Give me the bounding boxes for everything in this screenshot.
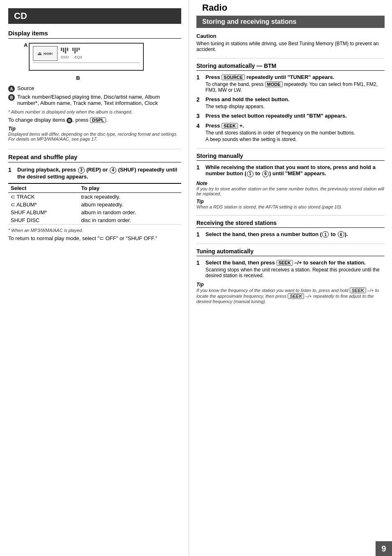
seek-button-tip2: SEEK — [288, 293, 304, 299]
receiving-step1-bold: Select the band, then press a number but… — [205, 231, 348, 238]
btm-section: Storing automatically — BTM 1 Press SOUR… — [196, 63, 385, 142]
tuning-step1-num: 1 — [196, 259, 202, 266]
col-header-play: To play — [78, 183, 181, 193]
tuning-step1: 1 Select the band, then press SEEK –/+ t… — [196, 259, 385, 278]
display-diagram: ⏏ ⏮⏭ — [29, 43, 144, 71]
bullet-a-text: Source — [17, 85, 34, 92]
table-row: ⊂ ALBUM*album repeatedly. — [8, 201, 181, 208]
circle-4: 4 — [110, 167, 116, 174]
mode-button: MODE — [265, 81, 283, 87]
tuning-section: Tuning automatically 1 Select the band, … — [196, 248, 385, 304]
btm-step2: 2 Press and hold the select button. The … — [196, 96, 385, 109]
bullet-b-item: B Track number/Elapsed playing time, Dis… — [8, 94, 181, 106]
caution-title: Caution — [196, 33, 385, 39]
table-row: ⊂ TRACKtrack repeatedly. — [8, 192, 181, 201]
manual-step1: 1 While receiving the station that you w… — [196, 164, 385, 177]
radio-header: Radio — [196, 0, 385, 16]
circle-1: 1 — [247, 171, 254, 177]
btm-step3-bold: Press the select button repeatedly until… — [205, 113, 347, 119]
repeat-step1-num: 1 — [8, 167, 14, 173]
album-footnote: * Album number is displayed only when th… — [8, 109, 181, 114]
receiving-step1-num: 1 — [196, 231, 202, 238]
cd-header: CD — [8, 8, 181, 24]
col-header-select: Select — [8, 183, 78, 193]
caution-section: Caution When tuning in stations while dr… — [196, 33, 385, 52]
storing-subheader: Storing and receiving stations — [196, 16, 385, 28]
dspl-button: DSPL — [90, 117, 106, 123]
note-label: Note — [196, 181, 385, 186]
table-cell-select: SHUF DISC — [8, 216, 78, 225]
manual-tip-text: When a RDS station is stored, the AF/TA … — [196, 204, 385, 209]
tip-text: Displayed items will differ, depending o… — [8, 132, 181, 141]
table-row: SHUF ALBUM*album in random order. — [8, 208, 181, 216]
btm-title: Storing automatically — BTM — [196, 63, 385, 71]
page-number-badge: 9 — [376, 541, 392, 556]
table-cell-play: track repeatedly. — [78, 192, 181, 201]
table-cell-play: album in random order. — [78, 208, 181, 216]
table-cell-play: disc in random order. — [78, 216, 181, 225]
manual-tip-label: Tip — [196, 199, 385, 204]
btm-step2-bold: Press and hold the select button. — [205, 96, 289, 102]
btm-step1: 1 Press SOURCE repeatedly until "TUNER" … — [196, 74, 385, 93]
normal-play-text: To return to normal play mode, select "⊂… — [8, 235, 181, 241]
diagram-bottom — [33, 63, 140, 67]
caution-text: When tuning in stations while driving, u… — [196, 41, 385, 52]
btm-step2-desc: The setup display appears. — [196, 104, 385, 109]
display-tip: Tip Displayed items will differ, dependi… — [8, 126, 181, 141]
table-cell-select: ⊂ TRACK — [8, 192, 78, 201]
display-items-title: Display items — [8, 30, 181, 39]
repeat-title: Repeat and shuffle play — [8, 153, 181, 162]
table-cell-select: SHUF ALBUM* — [8, 208, 78, 216]
btm-step4-num: 4 — [196, 123, 202, 129]
repeat-step1: 1 During playback, press 3 (REP) or 4 (S… — [8, 167, 181, 180]
diagram-info-icons: DSO EQ3 — [61, 48, 82, 59]
receiving-step1: 1 Select the band, then press a number b… — [196, 231, 385, 238]
btm-step4: 4 Press SEEK +. The unit stores stations… — [196, 123, 385, 142]
repeat-step1-text: During playback, press 3 (REP) or 4 (SHU… — [17, 167, 181, 180]
diagram-label-a: A — [24, 42, 28, 48]
tuning-step1-bold: Select the band, then press SEEK –/+ to … — [205, 259, 366, 266]
repeat-section: Repeat and shuffle play 1 During playbac… — [8, 153, 181, 241]
tuning-title: Tuning automatically — [196, 248, 385, 256]
bullet-b-icon: B — [8, 94, 15, 101]
btm-step2-num: 2 — [196, 96, 202, 103]
diagram-source-icon: ⏏ ⏮⏭ — [33, 46, 58, 61]
circle-1b: 1 — [322, 231, 329, 238]
tuning-tip-label: Tip — [196, 282, 385, 287]
manual-tip: Tip When a RDS station is stored, the AF… — [196, 199, 385, 209]
display-items-bullets: A Source B Track number/Elapsed playing … — [8, 85, 181, 106]
btm-step4-bold: Press SEEK +. — [205, 123, 244, 129]
bullet-a-icon: A — [8, 86, 15, 92]
note-text: If you try to store another station on t… — [196, 186, 385, 196]
play-table: Select To play ⊂ TRACKtrack repeatedly.⊂… — [8, 183, 181, 225]
manual-step1-bold: While receiving the station that you wan… — [205, 164, 385, 177]
btm-step1-num: 1 — [196, 74, 202, 81]
btm-step4-desc2: A beep sounds when the setting is stored… — [196, 137, 385, 142]
tip-label: Tip — [8, 126, 181, 132]
bullet-a-item: A Source — [8, 85, 181, 92]
change-display-bullet: B — [67, 118, 72, 123]
display-items-section: Display items A ⏏ ⏮⏭ — [8, 30, 181, 141]
receiving-title: Receiving the stored stations — [196, 220, 385, 228]
btm-step3-num: 3 — [196, 113, 202, 119]
receiving-section: Receiving the stored stations 1 Select t… — [196, 220, 385, 238]
diagram-label-b: B — [16, 75, 140, 81]
table-footnote: * When an MP3/WMA/AAC is played. — [8, 228, 181, 233]
tuning-step1-desc: Scanning stops when the unit receives a … — [196, 267, 385, 278]
circle-3: 3 — [78, 167, 85, 174]
table-row: SHUF DISCdisc in random order. — [8, 216, 181, 225]
btm-step1-desc: To change the band, press MODE repeatedl… — [196, 81, 385, 93]
table-cell-play: album repeatedly. — [78, 201, 181, 208]
circle-6b: 6 — [338, 231, 344, 238]
btm-step3: 3 Press the select button repeatedly unt… — [196, 113, 385, 119]
left-column: CD Display items A ⏏ ⏮⏭ — [0, 0, 189, 556]
table-cell-select: ⊂ ALBUM* — [8, 201, 78, 208]
btm-step4-desc1: The unit stores stations in order of fre… — [196, 130, 385, 136]
source-button: SOURCE — [221, 74, 245, 80]
circle-6: 6 — [262, 171, 269, 177]
change-display-text: To change display items B, press DSPL. — [8, 117, 181, 123]
seek-button-tuning: SEEK — [277, 260, 293, 266]
manual-step1-num: 1 — [196, 164, 202, 171]
seek-button-tip: SEEK — [350, 287, 366, 293]
right-column: Radio Storing and receiving stations Cau… — [189, 0, 392, 556]
